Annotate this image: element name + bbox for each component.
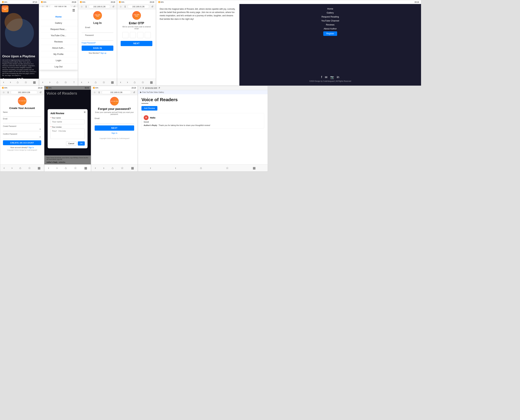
share-icon-p2[interactable]: ↑ (73, 80, 75, 84)
back-icon[interactable]: ‹ (3, 80, 4, 84)
add-review-button[interactable]: Add Review (142, 106, 157, 111)
bookmark-icon[interactable]: ☆ (24, 80, 27, 84)
modal-review-textarea[interactable] (50, 128, 85, 139)
tab-icon-p5[interactable]: ▦ (38, 166, 41, 170)
back-icon-p4[interactable]: ‹ (120, 80, 121, 84)
home-icon-p3[interactable]: ⌂ (95, 80, 97, 84)
home-icon-p6[interactable]: ⌂ (65, 166, 67, 170)
back-icon-p3[interactable]: ‹ (81, 80, 82, 84)
sign-in-button[interactable]: SIGN IN (82, 45, 113, 51)
browser-refresh-p4[interactable]: ↺ (151, 5, 154, 8)
tab-icon-p4[interactable]: ▦ (150, 80, 153, 84)
back-icon-p7[interactable]: ‹ (95, 166, 96, 170)
browser-refresh-p7[interactable]: ↺ (132, 91, 136, 94)
bookmark-icon-p7[interactable]: ☆ (121, 166, 124, 170)
modal-cancel-button[interactable]: Cancel (66, 141, 76, 146)
facebook-icon[interactable]: f (321, 75, 322, 79)
email-icon[interactable]: ✉ (325, 75, 327, 79)
menu-item-myprofile[interactable]: My Profile (39, 51, 78, 57)
tab-icon-p7[interactable]: ▦ (131, 166, 134, 170)
eye-icon-confirm[interactable]: 👁 (39, 136, 41, 138)
url-p4[interactable]: 192.168.8.136 (128, 5, 149, 8)
bookmark-icon-p2[interactable]: ☆ (64, 80, 67, 84)
menu-item-home[interactable]: Home (39, 14, 78, 20)
desktop-nav-youtube[interactable]: YouTube Channel (321, 19, 339, 22)
forgot-password-link[interactable]: Forgot Password? (82, 42, 113, 44)
forgot-next-button[interactable]: NEXT (95, 126, 134, 131)
browser-info-p3[interactable]: ℹ (85, 5, 87, 8)
url-p3[interactable]: 192.168.8.136 (89, 5, 110, 8)
menu-item-gallery[interactable]: Gallery (39, 20, 78, 26)
create-pw-input[interactable] (3, 128, 41, 131)
modal-close-button[interactable]: ✕ (83, 111, 86, 114)
tab-icon-p3[interactable]: ▦ (111, 80, 114, 84)
home-icon-p5[interactable]: ⌂ (19, 166, 21, 170)
otp-input-1[interactable] (122, 32, 128, 38)
desktop-nav-home[interactable]: Home (327, 8, 333, 10)
browser-info-p4[interactable]: ℹ (124, 5, 126, 8)
home-icon-p4[interactable]: ⌂ (134, 80, 136, 84)
bookmark-icon-p4[interactable]: ☆ (142, 80, 144, 84)
modal-ok-button[interactable]: OK (78, 141, 85, 146)
bookmark-icon-p6[interactable]: ☆ (74, 166, 77, 170)
sign-in-link-p5[interactable]: Sign In (28, 147, 34, 149)
browser-back-p5[interactable]: ☆ (2, 91, 6, 94)
otp-input-2[interactable] (130, 32, 136, 38)
name-input[interactable] (3, 113, 41, 117)
confirm-pw-input[interactable] (3, 135, 41, 139)
otp-input-3[interactable] (137, 32, 143, 38)
back-icon-p12[interactable]: ‹ (150, 166, 151, 170)
tab-icon-p6[interactable]: ▦ (84, 166, 87, 170)
desktop-nav-reading[interactable]: Request Reading (322, 15, 339, 18)
email-input[interactable] (82, 29, 113, 33)
hamburger-icon[interactable]: ☰ (72, 8, 75, 12)
browser-info-p12[interactable]: ℹ (143, 87, 143, 89)
desktop-nav-gallery[interactable]: Gallery (327, 11, 334, 14)
forward-icon-p5[interactable]: › (11, 166, 13, 170)
tab-icon-p12[interactable]: ▦ (253, 166, 256, 170)
menu-item-request[interactable]: Request Reac... (39, 26, 78, 32)
browser-back-p7[interactable]: ☆ (93, 91, 97, 94)
forward-icon[interactable]: › (10, 80, 11, 84)
home-icon-p2[interactable]: ⌂ (57, 80, 58, 84)
desktop-nav-about[interactable]: About Author (324, 27, 337, 30)
otp-next-button[interactable]: NEXT (121, 41, 152, 46)
menu-item-reviews[interactable]: Reviews (39, 39, 78, 45)
forward-icon-p6[interactable]: › (57, 166, 58, 170)
email-input-p5[interactable] (3, 120, 41, 123)
back-icon-p6[interactable]: ‹ (48, 166, 49, 170)
back-icon-p5[interactable]: ‹ (4, 166, 5, 170)
browser-info-p5[interactable]: ℹ (7, 91, 9, 94)
browser-back-p4[interactable]: ☆ (119, 5, 122, 8)
forward-icon-p4[interactable]: › (127, 80, 128, 84)
bookmark-icon-p5[interactable]: ☆ (28, 166, 31, 170)
bookmark-icon-p12[interactable]: ☆ (226, 166, 229, 170)
url-p12[interactable]: 13.53.212.223 (145, 87, 157, 89)
bookmark-icon-p3[interactable]: ☆ (102, 80, 105, 84)
menu-item-login[interactable]: Login (39, 57, 78, 64)
browser-back-p12[interactable]: ☆ (140, 87, 142, 89)
linkedin-icon[interactable]: in (337, 75, 339, 79)
browser-refresh-p5[interactable]: ↺ (39, 91, 42, 94)
browser-back-p3[interactable]: ☆ (80, 5, 83, 8)
eye-icon-create[interactable]: 👁 (39, 128, 41, 130)
back-icon-p2[interactable]: ‹ (42, 80, 43, 84)
browser-info-p7[interactable]: ℹ (98, 91, 100, 94)
home-icon-p7[interactable]: ⌂ (112, 166, 113, 170)
browser-refresh-p12[interactable]: ↺ (158, 87, 160, 89)
modal-name-input[interactable] (50, 119, 85, 124)
sign-up-link[interactable]: Sign up (100, 52, 106, 54)
instagram-icon[interactable]: 📷 (330, 75, 334, 79)
forward-icon-p2[interactable]: › (49, 80, 50, 84)
desktop-nav-reviews[interactable]: Reviews (326, 23, 334, 26)
password-input[interactable] (82, 37, 113, 41)
forward-icon-p12[interactable]: › (175, 166, 176, 170)
forward-icon-p3[interactable]: › (88, 80, 89, 84)
menu-item-logout[interactable]: Log Out (39, 64, 78, 70)
forgot-signin-link[interactable]: Sign In (91, 132, 138, 134)
menu-item-about[interactable]: About Auth... (39, 45, 78, 51)
home-icon-p12[interactable]: ⌂ (200, 166, 202, 170)
otp-input-4[interactable] (145, 32, 151, 38)
url-p7[interactable]: 192.168.8.136 (102, 91, 131, 94)
forgot-email-input[interactable] (95, 120, 134, 124)
